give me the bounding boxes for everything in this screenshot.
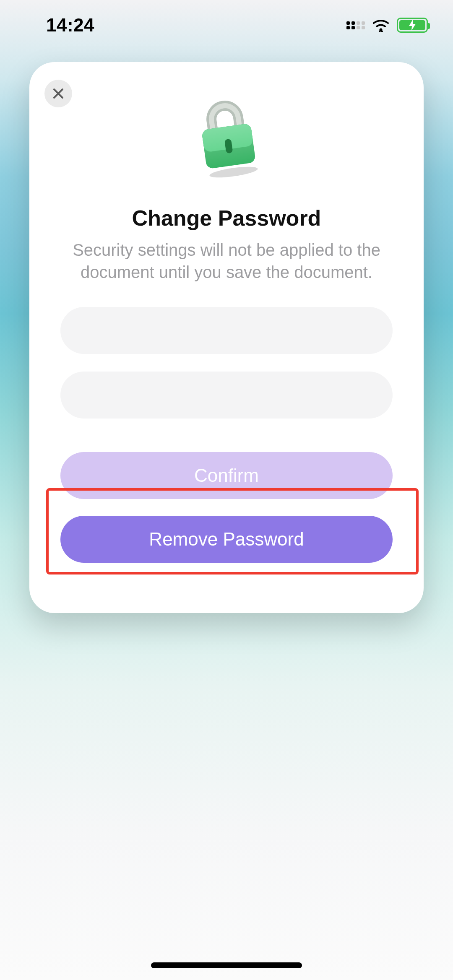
remove-password-button-label: Remove Password — [149, 529, 304, 550]
modal-title: Change Password — [44, 205, 409, 231]
password-field[interactable] — [60, 307, 393, 354]
confirm-button[interactable]: Confirm — [60, 452, 393, 499]
confirm-button-label: Confirm — [194, 465, 259, 486]
status-bar: 14:24 — [0, 0, 453, 50]
battery-charging-icon — [397, 18, 428, 33]
wifi-icon — [372, 18, 390, 32]
lock-illustration — [44, 95, 409, 180]
signal-icon — [346, 21, 365, 29]
remove-password-button[interactable]: Remove Password — [60, 516, 393, 563]
modal-subtitle: Security settings will not be applied to… — [44, 239, 409, 283]
status-time: 14:24 — [46, 15, 94, 36]
status-icons — [346, 18, 428, 33]
svg-point-0 — [380, 29, 383, 31]
lock-icon — [187, 95, 266, 180]
home-indicator — [151, 962, 302, 968]
close-icon — [52, 87, 65, 100]
confirm-password-field[interactable] — [60, 372, 393, 419]
change-password-modal: Change Password Security settings will n… — [29, 62, 424, 613]
